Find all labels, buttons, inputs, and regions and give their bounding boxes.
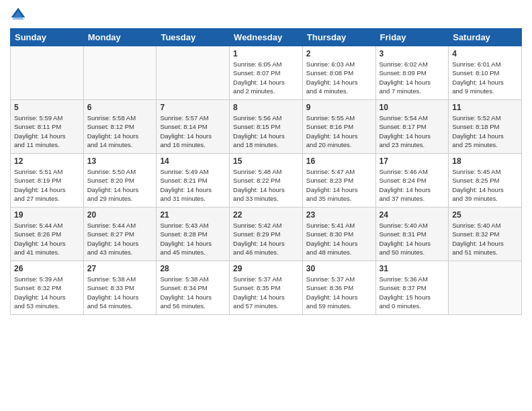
weekday-header: Monday (83, 29, 157, 46)
cell-info: Sunrise: 5:41 AM Sunset: 8:30 PM Dayligh… (306, 221, 372, 257)
cell-info: Sunrise: 5:38 AM Sunset: 8:34 PM Dayligh… (160, 275, 226, 310)
calendar-cell: 27Sunrise: 5:38 AM Sunset: 8:33 PM Dayli… (83, 261, 157, 315)
day-number: 23 (306, 210, 372, 220)
calendar-week-row: 26Sunrise: 5:39 AM Sunset: 8:32 PM Dayli… (11, 261, 522, 315)
cell-info: Sunrise: 5:42 AM Sunset: 8:29 PM Dayligh… (233, 221, 299, 257)
day-number: 29 (233, 264, 299, 273)
cell-info: Sunrise: 5:51 AM Sunset: 8:19 PM Dayligh… (14, 167, 80, 203)
calendar-cell: 26Sunrise: 5:39 AM Sunset: 8:32 PM Dayli… (11, 261, 84, 315)
cell-info: Sunrise: 6:05 AM Sunset: 8:07 PM Dayligh… (233, 60, 299, 95)
day-number: 6 (87, 103, 153, 112)
calendar-cell: 30Sunrise: 5:37 AM Sunset: 8:36 PM Dayli… (302, 261, 375, 315)
day-number: 7 (160, 103, 226, 112)
calendar-week-row: 12Sunrise: 5:51 AM Sunset: 8:19 PM Dayli… (11, 154, 522, 208)
calendar-cell: 17Sunrise: 5:46 AM Sunset: 8:24 PM Dayli… (375, 154, 449, 208)
day-number: 4 (452, 49, 518, 58)
day-number: 22 (233, 210, 299, 220)
cell-info: Sunrise: 6:03 AM Sunset: 8:08 PM Dayligh… (306, 60, 372, 95)
calendar-cell: 5Sunrise: 5:59 AM Sunset: 8:11 PM Daylig… (11, 100, 84, 154)
calendar-cell (449, 261, 522, 315)
day-number: 5 (14, 103, 80, 112)
calendar-cell: 31Sunrise: 5:36 AM Sunset: 8:37 PM Dayli… (375, 261, 449, 315)
calendar-cell: 25Sunrise: 5:40 AM Sunset: 8:32 PM Dayli… (449, 208, 522, 261)
calendar-cell: 24Sunrise: 5:40 AM Sunset: 8:31 PM Dayli… (375, 208, 449, 261)
weekday-header: Saturday (449, 29, 522, 46)
cell-info: Sunrise: 5:49 AM Sunset: 8:21 PM Dayligh… (160, 167, 226, 203)
header (10, 7, 522, 23)
weekday-header: Sunday (11, 29, 84, 46)
day-number: 10 (380, 103, 445, 112)
calendar-cell: 8Sunrise: 5:56 AM Sunset: 8:15 PM Daylig… (230, 100, 303, 154)
calendar-cell: 10Sunrise: 5:54 AM Sunset: 8:17 PM Dayli… (375, 100, 449, 154)
logo (10, 7, 29, 23)
calendar-cell: 12Sunrise: 5:51 AM Sunset: 8:19 PM Dayli… (11, 154, 84, 208)
day-number: 31 (380, 264, 445, 273)
day-number: 21 (160, 210, 226, 220)
calendar-week-row: 1Sunrise: 6:05 AM Sunset: 8:07 PM Daylig… (11, 46, 522, 100)
page: SundayMondayTuesdayWednesdayThursdayFrid… (0, 0, 532, 411)
cell-info: Sunrise: 5:56 AM Sunset: 8:15 PM Dayligh… (233, 113, 299, 149)
calendar-cell: 19Sunrise: 5:44 AM Sunset: 8:26 PM Dayli… (11, 208, 84, 261)
day-number: 15 (233, 156, 299, 166)
cell-info: Sunrise: 6:02 AM Sunset: 8:09 PM Dayligh… (380, 60, 445, 95)
cell-info: Sunrise: 5:37 AM Sunset: 8:36 PM Dayligh… (306, 275, 372, 310)
cell-info: Sunrise: 5:39 AM Sunset: 8:32 PM Dayligh… (14, 275, 80, 310)
cell-info: Sunrise: 5:46 AM Sunset: 8:24 PM Dayligh… (380, 167, 445, 203)
cell-info: Sunrise: 5:44 AM Sunset: 8:26 PM Dayligh… (14, 221, 80, 257)
calendar-cell: 23Sunrise: 5:41 AM Sunset: 8:30 PM Dayli… (302, 208, 375, 261)
calendar-cell: 1Sunrise: 6:05 AM Sunset: 8:07 PM Daylig… (230, 46, 303, 100)
day-number: 1 (233, 49, 299, 58)
calendar-cell: 20Sunrise: 5:44 AM Sunset: 8:27 PM Dayli… (83, 208, 157, 261)
day-number: 14 (160, 156, 226, 166)
calendar-cell: 28Sunrise: 5:38 AM Sunset: 8:34 PM Dayli… (157, 261, 230, 315)
cell-info: Sunrise: 5:36 AM Sunset: 8:37 PM Dayligh… (380, 275, 445, 310)
cell-info: Sunrise: 5:38 AM Sunset: 8:33 PM Dayligh… (87, 275, 153, 310)
calendar-cell: 22Sunrise: 5:42 AM Sunset: 8:29 PM Dayli… (230, 208, 303, 261)
weekday-header: Friday (375, 29, 449, 46)
calendar-cell: 13Sunrise: 5:50 AM Sunset: 8:20 PM Dayli… (83, 154, 157, 208)
cell-info: Sunrise: 5:43 AM Sunset: 8:28 PM Dayligh… (160, 221, 226, 257)
day-number: 11 (452, 103, 518, 112)
calendar-cell: 2Sunrise: 6:03 AM Sunset: 8:08 PM Daylig… (302, 46, 375, 100)
cell-info: Sunrise: 5:54 AM Sunset: 8:17 PM Dayligh… (380, 113, 445, 149)
day-number: 20 (87, 210, 153, 220)
cell-info: Sunrise: 5:55 AM Sunset: 8:16 PM Dayligh… (306, 113, 372, 149)
day-number: 30 (306, 264, 372, 273)
cell-info: Sunrise: 5:40 AM Sunset: 8:31 PM Dayligh… (380, 221, 445, 257)
calendar-cell: 21Sunrise: 5:43 AM Sunset: 8:28 PM Dayli… (157, 208, 230, 261)
day-number: 28 (160, 264, 226, 273)
cell-info: Sunrise: 5:47 AM Sunset: 8:23 PM Dayligh… (306, 167, 372, 203)
weekday-header: Tuesday (157, 29, 230, 46)
day-number: 2 (306, 49, 372, 58)
day-number: 26 (14, 264, 80, 273)
cell-info: Sunrise: 5:50 AM Sunset: 8:20 PM Dayligh… (87, 167, 153, 203)
cell-info: Sunrise: 5:59 AM Sunset: 8:11 PM Dayligh… (14, 113, 80, 149)
calendar-cell: 4Sunrise: 6:01 AM Sunset: 8:10 PM Daylig… (449, 46, 522, 100)
calendar-week-row: 5Sunrise: 5:59 AM Sunset: 8:11 PM Daylig… (11, 100, 522, 154)
calendar-cell (157, 46, 230, 100)
day-number: 3 (380, 49, 445, 58)
calendar-cell: 9Sunrise: 5:55 AM Sunset: 8:16 PM Daylig… (302, 100, 375, 154)
day-number: 19 (14, 210, 80, 220)
day-number: 18 (452, 156, 518, 166)
calendar-cell: 14Sunrise: 5:49 AM Sunset: 8:21 PM Dayli… (157, 154, 230, 208)
day-number: 25 (452, 210, 518, 220)
cell-info: Sunrise: 5:57 AM Sunset: 8:14 PM Dayligh… (160, 113, 226, 149)
calendar-table: SundayMondayTuesdayWednesdayThursdayFrid… (10, 28, 522, 315)
cell-info: Sunrise: 5:48 AM Sunset: 8:22 PM Dayligh… (233, 167, 299, 203)
cell-info: Sunrise: 5:58 AM Sunset: 8:12 PM Dayligh… (87, 113, 153, 149)
calendar-cell: 29Sunrise: 5:37 AM Sunset: 8:35 PM Dayli… (230, 261, 303, 315)
cell-info: Sunrise: 6:01 AM Sunset: 8:10 PM Dayligh… (452, 60, 518, 95)
day-number: 16 (306, 156, 372, 166)
day-number: 12 (14, 156, 80, 166)
cell-info: Sunrise: 5:37 AM Sunset: 8:35 PM Dayligh… (233, 275, 299, 310)
cell-info: Sunrise: 5:45 AM Sunset: 8:25 PM Dayligh… (452, 167, 518, 203)
day-number: 27 (87, 264, 153, 273)
calendar-cell: 6Sunrise: 5:58 AM Sunset: 8:12 PM Daylig… (83, 100, 157, 154)
day-number: 8 (233, 103, 299, 112)
calendar-week-row: 19Sunrise: 5:44 AM Sunset: 8:26 PM Dayli… (11, 208, 522, 261)
cell-info: Sunrise: 5:40 AM Sunset: 8:32 PM Dayligh… (452, 221, 518, 257)
calendar-cell: 18Sunrise: 5:45 AM Sunset: 8:25 PM Dayli… (449, 154, 522, 208)
calendar-cell (11, 46, 84, 100)
calendar-cell: 3Sunrise: 6:02 AM Sunset: 8:09 PM Daylig… (375, 46, 449, 100)
